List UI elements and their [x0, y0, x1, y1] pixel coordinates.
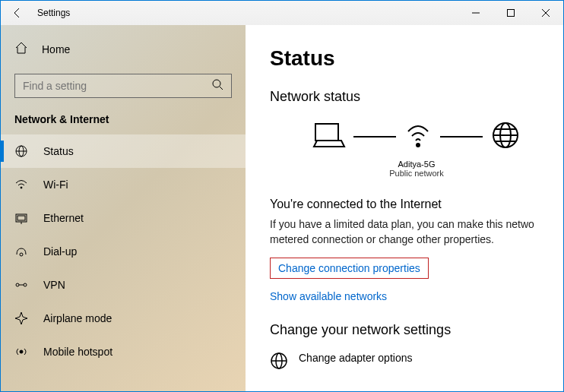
nav-label: Wi-Fi: [43, 179, 68, 191]
network-type: Public network: [270, 169, 563, 178]
category-heading: Network & Internet: [14, 113, 232, 125]
nav-label: Airplane mode: [43, 312, 112, 324]
show-networks-link[interactable]: Show available networks: [270, 290, 387, 302]
computer-icon: [312, 121, 346, 153]
status-icon: [14, 144, 30, 158]
svg-rect-11: [17, 216, 25, 220]
home-label: Home: [42, 43, 70, 55]
home-button[interactable]: Home: [14, 34, 232, 65]
nav-label: Dial-up: [43, 245, 77, 258]
search-icon: [211, 78, 223, 93]
close-button[interactable]: [528, 1, 563, 25]
home-icon: [14, 41, 30, 58]
nav-label: Ethernet: [43, 212, 84, 224]
network-status-heading: Network status: [270, 89, 563, 105]
wifi-router-icon: [404, 121, 433, 153]
globe-icon: [490, 120, 521, 153]
page-title: Status: [270, 46, 563, 71]
nav-item-airplane[interactable]: Airplane mode: [1, 302, 246, 335]
svg-point-4: [213, 80, 220, 87]
minimize-button[interactable]: [458, 1, 493, 25]
connected-heading: You're connected to the Internet: [270, 198, 563, 211]
svg-point-13: [20, 253, 23, 256]
adapter-globe-icon: [270, 352, 288, 373]
svg-point-19: [417, 144, 420, 147]
nav-label: Status: [43, 145, 74, 157]
connected-description: If you have a limited data plan, you can…: [270, 217, 563, 247]
back-button[interactable]: [1, 1, 34, 25]
window-title: Settings: [37, 8, 70, 18]
nav-item-dialup[interactable]: Dial-up: [1, 235, 246, 268]
ethernet-icon: [14, 211, 30, 225]
adapter-options-label: Change adapter options: [299, 352, 412, 364]
nav-item-wifi[interactable]: Wi-Fi: [1, 168, 246, 201]
network-diagram: [270, 120, 563, 153]
svg-line-5: [220, 87, 223, 90]
nav-label: VPN: [43, 279, 65, 291]
search-input[interactable]: [14, 74, 232, 98]
nav-label: Mobile hotspot: [43, 346, 112, 358]
change-settings-heading: Change your network settings: [270, 322, 563, 338]
nav-item-hotspot[interactable]: Mobile hotspot: [1, 335, 246, 368]
change-properties-link[interactable]: Change connection properties: [270, 258, 429, 279]
nav-item-vpn[interactable]: VPN: [1, 268, 246, 302]
svg-point-17: [20, 350, 23, 353]
svg-point-14: [16, 283, 19, 286]
maximize-button[interactable]: [493, 1, 528, 25]
network-name: Aditya-5G: [270, 160, 563, 169]
svg-point-15: [24, 283, 27, 286]
svg-point-9: [21, 187, 22, 188]
change-adapter-options[interactable]: Change adapter options: [270, 352, 563, 373]
nav-item-status[interactable]: Status: [1, 134, 246, 168]
svg-rect-1: [508, 10, 515, 17]
dialup-icon: [14, 245, 30, 258]
svg-rect-18: [315, 124, 338, 141]
wifi-icon: [14, 178, 30, 191]
hotspot-icon: [14, 345, 30, 359]
airplane-icon: [14, 311, 30, 325]
vpn-icon: [14, 278, 30, 292]
nav-item-ethernet[interactable]: Ethernet: [1, 201, 246, 235]
